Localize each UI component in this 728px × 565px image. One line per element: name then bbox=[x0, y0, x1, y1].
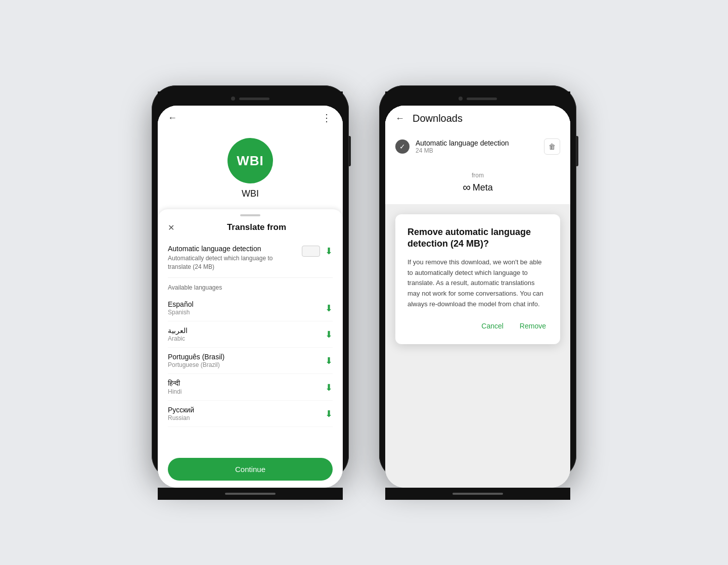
lang-name: Русский bbox=[168, 406, 325, 414]
download-item-name: Automatic language detection bbox=[416, 139, 538, 147]
phone-top-bar-left bbox=[158, 91, 343, 106]
sheet-title: Translate from bbox=[180, 222, 333, 232]
close-sheet-icon[interactable]: ✕ bbox=[168, 223, 174, 232]
sheet-header: ✕ Translate from bbox=[158, 220, 343, 239]
back-arrow-right[interactable]: ← bbox=[395, 113, 404, 124]
downloads-top: ← Downloads ✓ Automatic language detecti… bbox=[385, 106, 570, 204]
dialog-box: Remove automatic language detection (24 … bbox=[395, 214, 560, 344]
meta-infinity-icon: ∞ bbox=[463, 181, 471, 194]
trash-icon[interactable]: 🗑 bbox=[544, 138, 560, 155]
phone-bottom-bar-right bbox=[385, 488, 570, 500]
sheet-handle bbox=[240, 214, 260, 216]
lang-subtitle: Hindi bbox=[168, 388, 325, 395]
wbi-logo-section: WBI WBI bbox=[158, 130, 343, 209]
download-icon-lang-0[interactable]: ⬇ bbox=[325, 303, 333, 314]
lang-text: हिन्दी Hindi bbox=[168, 379, 325, 395]
download-icon-lang-2[interactable]: ⬇ bbox=[325, 355, 333, 366]
language-item: العربية Arabic ⬇ bbox=[168, 321, 333, 348]
lang-name: Português (Brasil) bbox=[168, 353, 325, 361]
sheet-content: Automatic language detection Automatical… bbox=[158, 239, 343, 452]
phone-inner-right: ← Downloads ✓ Automatic language detecti… bbox=[385, 106, 570, 488]
phone-bottom-bar-left bbox=[158, 488, 343, 500]
download-item-row: ✓ Automatic language detection 24 MB 🗑 bbox=[385, 131, 570, 162]
lang-text: العربية Arabic bbox=[168, 326, 325, 342]
download-icon-lang-4[interactable]: ⬇ bbox=[325, 408, 333, 419]
check-circle-icon: ✓ bbox=[395, 139, 410, 154]
download-icon-auto[interactable]: ⬇ bbox=[325, 246, 333, 257]
dialog-title: Remove automatic language detection (24 … bbox=[407, 226, 548, 250]
lang-subtitle: Spanish bbox=[168, 309, 325, 316]
lang-text: Русский Russian bbox=[168, 406, 325, 421]
downloads-header: ← Downloads bbox=[385, 106, 570, 131]
dialog-actions: Cancel Remove bbox=[407, 320, 548, 332]
right-phone: ← Downloads ✓ Automatic language detecti… bbox=[379, 85, 576, 480]
wbi-header: ← ⋮ bbox=[158, 106, 343, 130]
camera-dot bbox=[231, 97, 235, 101]
lang-text: Português (Brasil) Portuguese (Brazil) bbox=[168, 353, 325, 368]
language-item: हिन्दी Hindi ⬇ bbox=[168, 374, 333, 401]
lang-text: Español Spanish bbox=[168, 300, 325, 316]
bottom-sheet: ✕ Translate from Automatic language dete… bbox=[158, 209, 343, 488]
dialog-body: If you remove this download, we won't be… bbox=[407, 257, 548, 310]
check-mark: ✓ bbox=[399, 143, 405, 151]
lang-subtitle: Russian bbox=[168, 414, 325, 421]
dialog-overlay: Remove automatic language detection (24 … bbox=[385, 204, 570, 488]
language-item: Русский Russian ⬇ bbox=[168, 401, 333, 427]
meta-text: Meta bbox=[473, 182, 493, 193]
phone-content-right: ← Downloads ✓ Automatic language detecti… bbox=[385, 106, 570, 488]
lang-name: Español bbox=[168, 300, 325, 308]
continue-button[interactable]: Continue bbox=[168, 458, 333, 481]
home-indicator-right bbox=[452, 493, 503, 495]
download-icon-lang-1[interactable]: ⬇ bbox=[325, 329, 333, 340]
speaker-bar bbox=[239, 98, 269, 100]
phone-inner-left: ← ⋮ WBI WBI ✕ Translate from bbox=[158, 106, 343, 488]
downloads-title: Downloads bbox=[413, 113, 463, 124]
language-list: Español Spanish ⬇ العربية Arabic ⬇ Portu… bbox=[168, 295, 333, 427]
language-item: Português (Brasil) Portuguese (Brazil) ⬇ bbox=[168, 348, 333, 374]
from-meta-section: from ∞ Meta bbox=[385, 162, 570, 204]
lang-name: العربية bbox=[168, 326, 325, 335]
speaker-bar-right bbox=[467, 98, 497, 100]
download-item-size: 24 MB bbox=[416, 147, 538, 154]
lang-name: हिन्दी bbox=[168, 379, 325, 388]
download-item-text: Automatic language detection 24 MB bbox=[416, 139, 538, 154]
more-menu-icon[interactable]: ⋮ bbox=[322, 112, 333, 124]
wbi-logo-text: WBI bbox=[237, 153, 264, 169]
camera-dot-right bbox=[459, 97, 463, 101]
remove-button[interactable]: Remove bbox=[518, 320, 548, 332]
left-phone: ← ⋮ WBI WBI ✕ Translate from bbox=[152, 85, 349, 480]
wbi-logo-circle: WBI bbox=[228, 138, 273, 183]
page-container: ← ⋮ WBI WBI ✕ Translate from bbox=[152, 85, 576, 480]
from-label: from bbox=[472, 172, 484, 179]
phone-content-left: ← ⋮ WBI WBI ✕ Translate from bbox=[158, 106, 343, 488]
download-icon-lang-3[interactable]: ⬇ bbox=[325, 382, 333, 393]
cancel-button[interactable]: Cancel bbox=[479, 320, 506, 332]
language-item: Español Spanish ⬇ bbox=[168, 295, 333, 321]
lang-subtitle: Arabic bbox=[168, 335, 325, 342]
phone-top-bar-right bbox=[385, 91, 570, 106]
auto-detect-desc: Automatically detect which language to t… bbox=[168, 254, 297, 271]
meta-logo: ∞ Meta bbox=[463, 181, 493, 194]
home-indicator-left bbox=[225, 493, 276, 495]
back-arrow-left[interactable]: ← bbox=[168, 113, 177, 123]
auto-detect-item: Automatic language detection Automatical… bbox=[168, 239, 333, 278]
available-languages-label: Available languages bbox=[168, 278, 333, 295]
auto-detect-title: Automatic language detection bbox=[168, 245, 297, 253]
lang-subtitle: Portuguese (Brazil) bbox=[168, 361, 325, 368]
auto-detect-text: Automatic language detection Automatical… bbox=[168, 245, 297, 271]
toggle-checkbox[interactable] bbox=[302, 246, 320, 257]
wbi-app-name: WBI bbox=[242, 189, 259, 199]
